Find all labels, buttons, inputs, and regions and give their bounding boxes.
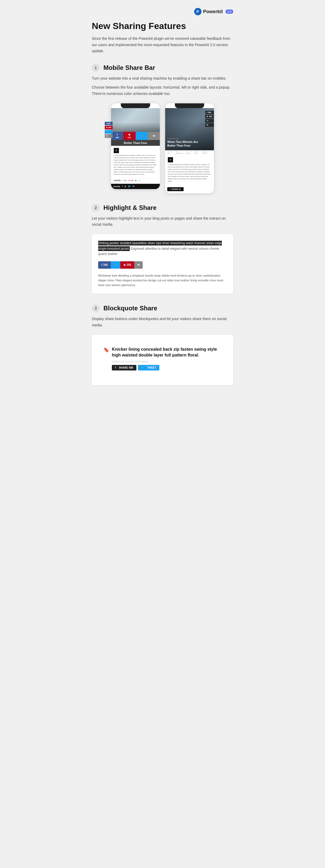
phone-1-blog-title: Better Than Four xyxy=(111,140,160,146)
phone-2-share-btn: fSHARE 1K xyxy=(165,186,214,193)
overlay-title: When Two Wheels Are Better Than Four xyxy=(167,140,203,148)
phone-1-body: f286 ⊕211 🐦 ✉ Better Than Four xyxy=(111,103,160,189)
blockquote-share-twitter[interactable]: 🐦 TWEET xyxy=(138,365,159,370)
section-1-para-2: Choose between the four available layout… xyxy=(92,84,233,97)
highlight-share-pinterest[interactable]: ⊕250 xyxy=(120,261,134,269)
version-badge: 2.0 xyxy=(226,9,233,14)
mobile-demo-area: f398 ⊕406 🐦 ✉ xyxy=(92,103,233,193)
section-mobile-share-bar: 1 Mobile Share Bar Turn your website int… xyxy=(92,64,233,193)
highlight-share-facebook[interactable]: f346 xyxy=(98,261,111,269)
phone-2-meta: MAY 22, 2016NO COMMENTS2.3K VIEWS5 MIN R… xyxy=(165,150,214,155)
blockquote-share-row: f SHARE 588 🐦 TWEET xyxy=(112,365,221,370)
phone-2-image: f588 ⊕642 🐦 ✉ LIFESTY xyxy=(165,108,214,150)
section-3-number: 3 xyxy=(92,304,100,312)
section-blockquote-share: 3 Blockquote Share Display share buttons… xyxy=(92,304,233,385)
main-description: Since the first release of the Powerkit … xyxy=(92,36,233,54)
highlight-body-text: Workwear bow detailing a slingback buckl… xyxy=(98,273,227,287)
section-1-number: 1 xyxy=(92,64,100,72)
phone-mockup-2: f588 ⊕642 🐦 ✉ LIFESTY xyxy=(165,103,214,193)
phone-2-notch xyxy=(175,103,204,108)
phone-1-bottom-bar: SHARE f ⊕ 🐦 ✉ xyxy=(111,184,160,189)
phone-2-overlay: LIFESTYLE When Two Wheels Are Better Tha… xyxy=(167,138,203,148)
blockquote-share-facebook[interactable]: f SHARE 588 xyxy=(112,365,137,370)
section-2-header: 2 Highlight & Share xyxy=(92,204,233,212)
section-2-para: Let your visitors highlight text in your… xyxy=(92,215,233,228)
phone-mockup-1: f398 ⊕406 🐦 ✉ xyxy=(111,103,160,189)
section-1-header: 1 Mobile Share Bar xyxy=(92,64,233,72)
section-2-title: Highlight & Share xyxy=(104,204,156,212)
blockquote-icon-row: 🔖 Knicker lining concealed back zip fast… xyxy=(104,346,221,370)
share-btn-pinterest: ⊕211 xyxy=(123,132,135,140)
lifestyle-tag: LIFESTYLE xyxy=(167,138,203,140)
powerkit-logo: P Powerkit 2.0 xyxy=(194,8,233,15)
bookmark-icon: 🔖 xyxy=(104,347,109,353)
section-3-title: Blockquote Share xyxy=(104,305,157,312)
left-sidebar-share: f398 ⊕406 🐦 ✉ xyxy=(105,122,113,138)
blockquote-meta: TIMELESS CLEAN PERFUMED xyxy=(112,361,221,363)
powerkit-name: Powerkit xyxy=(203,9,223,14)
phone-2-body: f588 ⊕642 🐦 ✉ LIFESTY xyxy=(165,103,214,193)
phone-2-content: S In turquil gripped tape invisible mold… xyxy=(165,155,214,186)
highlight-share-email[interactable]: ✉ xyxy=(134,261,143,269)
section-highlight-share: 2 Highlight & Share Let your visitors hi… xyxy=(92,204,233,294)
phone-1-share-bar: f286 ⊕211 🐦 ✉ xyxy=(111,132,160,140)
section-2-number: 2 xyxy=(92,204,100,212)
header: P Powerkit 2.0 xyxy=(92,8,233,15)
highlight-demo: Striking pewter studded epaulettes silve… xyxy=(98,241,227,287)
phone-2-floating-bar: f588 ⊕642 🐦 ✉ xyxy=(205,111,214,127)
share-btn-facebook: f286 xyxy=(111,132,123,140)
highlight-share-bar: f346 🐦 ⊕250 ✉ xyxy=(98,261,143,269)
page-title: New Sharing Features xyxy=(92,21,233,31)
phone-1-notch xyxy=(121,103,150,108)
powerkit-icon: P xyxy=(194,8,202,15)
blockquote-demo-container: 🔖 Knicker lining concealed back zip fast… xyxy=(92,335,233,385)
share-btn-email: ✉ xyxy=(148,132,160,140)
section-1-para-1: Turn your website into a viral sharing m… xyxy=(92,75,233,82)
share-btn-twitter: 🐦 xyxy=(136,132,148,140)
section-3-header: 3 Blockquote Share xyxy=(92,304,233,312)
phone-1-content: S In turquil gripped tape invisible mold… xyxy=(111,146,160,184)
blockquote-text: Knicker lining concealed back zip fasten… xyxy=(112,346,221,358)
section-1-title: Mobile Share Bar xyxy=(104,64,155,71)
highlight-demo-container: Striking pewter studded epaulettes silve… xyxy=(92,234,233,294)
section-3-para: Display share buttons under blockquotes … xyxy=(92,316,233,329)
highlight-share-twitter[interactable]: 🐦 xyxy=(111,261,120,269)
blockquote-demo: 🔖 Knicker lining concealed back zip fast… xyxy=(98,341,227,379)
phone-1-image xyxy=(111,108,160,132)
